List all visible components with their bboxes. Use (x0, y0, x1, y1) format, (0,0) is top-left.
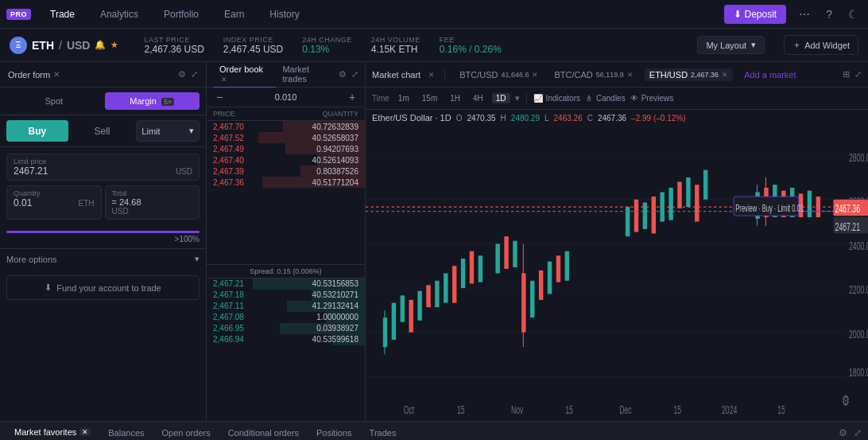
quantity-field[interactable]: Quantity 0.01 ETH (6, 185, 102, 220)
tab-positions[interactable]: Positions (308, 425, 360, 440)
chart-panel: Market chart ✕ BTC/USD 41,646.6 ✕ BTC/CA… (366, 62, 868, 421)
candles-label: Candles (596, 94, 626, 103)
ob-close[interactable]: ✕ (221, 76, 227, 84)
ob-bid-row[interactable]: 2,467.081.00000000 (207, 312, 365, 323)
ob-spread-decrease[interactable]: − (213, 91, 226, 103)
ob-spread-increase[interactable]: + (346, 91, 358, 103)
chart-layout-icon[interactable]: ⊞ (843, 69, 850, 80)
limit-price-field[interactable]: Limit price 2467.21 USD (6, 154, 200, 181)
add-widget-button[interactable]: ＋ Add Widget (784, 35, 858, 55)
tab-market-favorites[interactable]: Market favorites ✕ (6, 424, 99, 440)
bottom-expand-icon[interactable]: ⤢ (854, 427, 862, 438)
quantity-slider[interactable] (6, 231, 200, 233)
theme-icon-button[interactable]: ☾ (845, 5, 862, 24)
ethusd-close-icon[interactable]: ✕ (722, 71, 728, 79)
ob-ask-qty: 40.51771204 (312, 178, 358, 187)
ob-bid-row[interactable]: 2,466.9440.53599618 (207, 334, 365, 345)
svg-rect-12 (417, 291, 421, 321)
ob-ask-qty: 40.72632839 (312, 123, 358, 131)
market-trades-tab[interactable]: Market trades (276, 61, 339, 88)
ob-bid-row[interactable]: 2,467.1141.29132414 (207, 301, 365, 312)
svg-rect-21 (504, 236, 508, 269)
tf-more-icon[interactable]: ▾ (515, 93, 520, 103)
expand-icon[interactable]: ⤢ (191, 69, 198, 80)
candles-button[interactable]: 🕯 Candles (585, 94, 626, 103)
ob-settings-icon[interactable]: ⚙ (339, 69, 347, 80)
nav-analytics[interactable]: Analytics (94, 6, 145, 23)
time-label: Time (372, 94, 389, 103)
btcusd-close-icon[interactable]: ✕ (532, 71, 538, 79)
sell-button[interactable]: Sell (72, 120, 134, 142)
tf-1d[interactable]: 1D (492, 93, 510, 103)
tf-1h[interactable]: 1H (446, 93, 464, 103)
ob-spread-control: − 0.010 + (207, 88, 365, 107)
my-layout-button[interactable]: My Layout ▾ (697, 36, 765, 54)
ob-ask-row[interactable]: 2,467.7040.72632839 (207, 121, 365, 132)
buy-button[interactable]: Buy (6, 120, 68, 142)
svg-rect-15 (444, 274, 448, 303)
order-form-close[interactable]: ✕ (53, 70, 60, 80)
star-icon[interactable]: ★ (110, 40, 118, 50)
nav-earn[interactable]: Earn (218, 6, 250, 23)
svg-rect-36 (677, 181, 681, 208)
market-tab-btcusd[interactable]: BTC/USD 41,646.6 ✕ (455, 68, 543, 81)
settings-icon[interactable]: ⚙ (178, 69, 186, 80)
deposit-button[interactable]: ⬇ Deposit (724, 5, 787, 24)
btccad-close-icon[interactable]: ✕ (627, 71, 634, 79)
total-label: Total (112, 189, 193, 197)
chevron-down-icon: ▾ (751, 40, 756, 50)
ob-bid-row[interactable]: 2,467.1840.53210271 (207, 290, 365, 301)
add-market-button[interactable]: Add a market (739, 68, 800, 81)
quantity-row: 0.01 ETH (14, 197, 95, 208)
ob-bid-row[interactable]: 2,467.2140.53156853 (207, 278, 365, 290)
order-form-header: Order form ✕ ⚙ ⤢ (0, 62, 206, 88)
bottom-settings-icon[interactable]: ⚙ (839, 427, 847, 438)
svg-text:15: 15 (777, 403, 785, 416)
change-value: 0.13% (302, 44, 352, 55)
ob-bid-price: 2,466.95 (213, 324, 244, 333)
fund-account-button[interactable]: ⬇ Fund your account to trade (6, 275, 200, 300)
svg-rect-9 (392, 303, 396, 340)
market-tab-ethusd[interactable]: ETH/USD 2,467.36 ✕ (645, 68, 733, 81)
ob-ask-row[interactable]: 2,467.390.80387526 (207, 165, 365, 177)
tf-15m[interactable]: 15m (418, 93, 441, 103)
ob-ask-row[interactable]: 2,467.5240.52658037 (207, 132, 365, 143)
grid-icon-button[interactable]: ⋯ (796, 5, 813, 24)
market-fav-close[interactable]: ✕ (79, 428, 91, 436)
tab-trades[interactable]: Trades (362, 425, 405, 440)
chart-expand-icon[interactable]: ⤢ (854, 69, 862, 80)
order-book-tab[interactable]: Order book ✕ (213, 61, 276, 88)
slider-fill (6, 231, 200, 233)
tab-margin[interactable]: Margin 5× (105, 92, 200, 110)
conditional-orders-label: Conditional orders (228, 428, 299, 438)
help-icon-button[interactable]: ? (823, 5, 835, 24)
previews-button[interactable]: 👁 Previews (630, 94, 674, 103)
ob-ask-row[interactable]: 2,467.4040.52614093 (207, 154, 365, 165)
indicators-button[interactable]: 📈 Indicators (533, 94, 580, 103)
bell-icon[interactable]: 🔔 (95, 40, 106, 50)
tab-spot[interactable]: Spot (6, 92, 102, 110)
ob-ask-row[interactable]: 2,467.3640.51771204 (207, 177, 365, 188)
order-form-title: Order form (8, 70, 50, 80)
market-tab-btccad[interactable]: BTC/CAD 56,119.8 ✕ (549, 68, 637, 81)
ticker-symbol[interactable]: Ξ ETH / USD 🔔 ★ (10, 37, 118, 54)
trades-label: Trades (370, 428, 397, 438)
tf-1m[interactable]: 1m (394, 93, 413, 103)
tf-4h[interactable]: 4H (469, 93, 487, 103)
nav-trade[interactable]: Trade (44, 6, 81, 23)
ob-ask-row[interactable]: 2,467.490.94207693 (207, 143, 365, 154)
total-currency: USD (112, 207, 193, 216)
tab-conditional-orders[interactable]: Conditional orders (220, 425, 307, 440)
buy-sell-bar: Buy Sell Limit ▾ (0, 115, 206, 147)
tab-open-orders[interactable]: Open orders (154, 425, 219, 440)
ob-bid-row[interactable]: 2,466.950.03938927 (207, 323, 365, 334)
nav-history[interactable]: History (263, 6, 305, 23)
limit-price-value: 2467.21 (14, 165, 48, 177)
nav-portfolio[interactable]: Portfolio (157, 6, 205, 23)
tab-balances[interactable]: Balances (100, 425, 152, 440)
chart-title: Market chart (372, 70, 420, 80)
chart-title-close[interactable]: ✕ (428, 71, 435, 79)
ob-expand-icon[interactable]: ⤢ (351, 69, 358, 80)
order-type-select[interactable]: Limit ▾ (136, 120, 200, 142)
more-options[interactable]: More options ▾ (0, 248, 206, 269)
